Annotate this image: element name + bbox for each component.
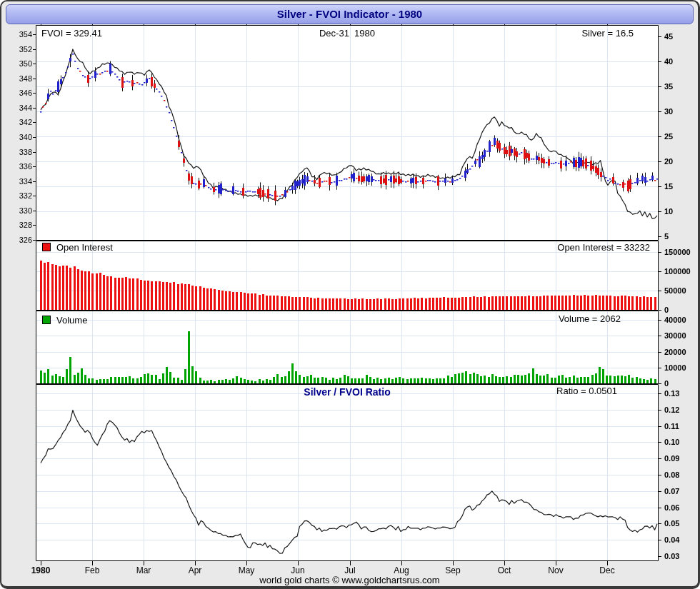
y-axis-label-ratio: 0.03 bbox=[664, 552, 679, 560]
page-title: Silver - FVOI Indicator - 1980 bbox=[277, 8, 422, 20]
y-axis-label-silver: 15 bbox=[664, 182, 673, 191]
x-axis-month-label: Dec bbox=[591, 566, 623, 575]
y-axis-label-fvoi: 342 bbox=[16, 118, 32, 126]
open-interest-legend-label: Open Interest bbox=[56, 242, 113, 253]
volume-legend-icon bbox=[42, 316, 51, 324]
y-axis-label-ratio: 0.11 bbox=[664, 422, 679, 431]
x-axis-month-label: Oct bbox=[489, 566, 520, 575]
y-axis-label-open-interest: 0 bbox=[664, 306, 669, 314]
y-axis-label-ratio: 0.08 bbox=[664, 470, 679, 479]
y-axis-label-silver: 25 bbox=[664, 132, 673, 141]
y-axis-label-fvoi: 352 bbox=[16, 45, 32, 54]
x-axis-month-label: Feb bbox=[76, 566, 108, 575]
y-axis-label-volume: 10000 bbox=[664, 363, 686, 372]
open-interest-value-label: Open Interest = 33232 bbox=[501, 242, 650, 253]
y-axis-label-silver: 45 bbox=[664, 32, 673, 41]
x-axis-month-label: 1980 bbox=[25, 566, 56, 575]
y-axis-label-open-interest: 100000 bbox=[664, 267, 691, 276]
y-axis-label-silver: 30 bbox=[664, 107, 673, 116]
y-axis-label-silver: 10 bbox=[664, 207, 673, 216]
y-axis-label-fvoi: 344 bbox=[16, 104, 32, 112]
y-axis-label-ratio: 0.04 bbox=[664, 535, 679, 544]
x-axis-month-label: Jun bbox=[282, 566, 314, 575]
y-axis-label-fvoi: 348 bbox=[16, 74, 32, 83]
footer-credit: world gold charts © www.goldchartsrus.co… bbox=[1, 575, 698, 585]
y-axis-label-ratio: 0.07 bbox=[664, 487, 679, 495]
y-axis-label-open-interest: 50000 bbox=[664, 286, 686, 295]
y-axis-label-volume: 20000 bbox=[664, 348, 686, 356]
title-bar: Silver - FVOI Indicator - 1980 bbox=[6, 4, 694, 24]
y-axis-label-ratio: 0.12 bbox=[664, 406, 679, 414]
y-axis-label-open-interest: 150000 bbox=[664, 248, 691, 256]
y-axis-label-silver: 40 bbox=[664, 57, 673, 66]
y-axis-label-fvoi: 334 bbox=[16, 177, 32, 186]
volume-value-label: Volume = 2062 bbox=[501, 313, 621, 324]
y-axis-label-ratio: 0.05 bbox=[664, 519, 679, 528]
y-axis-label-fvoi: 328 bbox=[16, 221, 32, 229]
volume-legend-label: Volume bbox=[56, 315, 87, 326]
x-axis-month-label: Nov bbox=[540, 566, 571, 575]
x-axis-month-label: Mar bbox=[128, 566, 159, 575]
y-axis-label-fvoi: 336 bbox=[16, 162, 32, 171]
chart-canvas bbox=[1, 1, 700, 589]
y-axis-label-volume: 0 bbox=[664, 379, 669, 388]
y-axis-label-fvoi: 326 bbox=[16, 236, 32, 244]
y-axis-label-fvoi: 346 bbox=[16, 89, 32, 97]
x-axis-month-label: Apr bbox=[179, 566, 211, 575]
y-axis-label-fvoi: 350 bbox=[16, 59, 32, 68]
y-axis-label-fvoi: 340 bbox=[16, 133, 32, 141]
y-axis-label-fvoi: 338 bbox=[16, 148, 32, 156]
x-axis-month-label: Aug bbox=[386, 566, 417, 575]
y-axis-label-silver: 20 bbox=[664, 157, 673, 166]
y-axis-label-fvoi: 354 bbox=[16, 30, 32, 39]
y-axis-label-silver: 35 bbox=[664, 82, 673, 91]
y-axis-label-volume: 40000 bbox=[664, 316, 686, 324]
x-axis-month-label: Jul bbox=[334, 566, 366, 575]
x-axis-month-label: Sep bbox=[437, 566, 469, 575]
y-axis-label-volume: 30000 bbox=[664, 331, 686, 340]
ratio-value-label: Ratio = 0.0501 bbox=[501, 386, 617, 396]
silver-value-label: Silver = 16.5 bbox=[501, 28, 634, 39]
open-interest-legend-icon bbox=[42, 243, 51, 251]
y-axis-label-ratio: 0.06 bbox=[664, 503, 679, 512]
chart-window: Silver - FVOI Indicator - 1980 FVOI = 32… bbox=[0, 0, 700, 589]
y-axis-label-ratio: 0.10 bbox=[664, 438, 679, 446]
x-axis-month-label: May bbox=[231, 566, 262, 575]
y-axis-label-fvoi: 330 bbox=[16, 206, 32, 215]
y-axis-label-fvoi: 332 bbox=[16, 191, 32, 200]
y-axis-label-ratio: 0.09 bbox=[664, 454, 679, 463]
y-axis-label-ratio: 0.13 bbox=[664, 389, 679, 398]
y-axis-label-silver: 5 bbox=[664, 232, 669, 241]
